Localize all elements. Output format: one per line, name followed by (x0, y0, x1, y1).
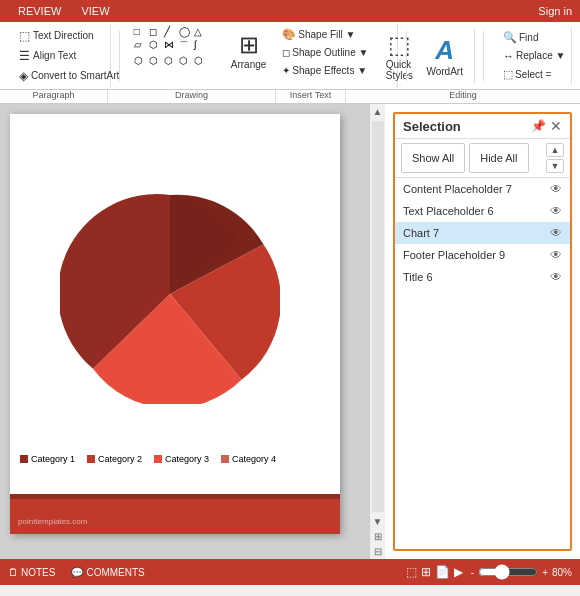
legend-label-1: Category 1 (31, 454, 75, 464)
tab-review[interactable]: REVIEW (8, 3, 71, 19)
move-down-button[interactable]: ▼ (546, 159, 564, 173)
shape-item[interactable]: ⬡ (149, 55, 163, 66)
align-text-button[interactable]: ☰ Align Text (14, 46, 81, 66)
visibility-icon-0[interactable]: 👁 (550, 182, 562, 196)
drawing-label: Drawing (108, 90, 276, 103)
quick-styles-button[interactable]: ⬚ Quick Styles (379, 26, 419, 86)
zoom-minus-button[interactable]: - (471, 567, 474, 578)
visibility-icon-3[interactable]: 👁 (550, 248, 562, 262)
shape-item[interactable]: ⋈ (164, 39, 178, 53)
selection-item-4[interactable]: Title 6 👁 (395, 266, 570, 288)
status-bar: 🗒 NOTES 💬 COMMENTS ⬚ ⊞ 📄 ▶ - + 80% (0, 559, 580, 585)
item-name-0: Content Placeholder 7 (403, 183, 512, 195)
group-label-bar: Paragraph Drawing Insert Text Editing (0, 90, 580, 104)
slide-footer: pointtemplates.com (10, 494, 340, 534)
shape-outline-button[interactable]: ◻ Shape Outline ▼ (277, 45, 373, 60)
scroll-thumb[interactable] (372, 121, 384, 512)
selection-item-0[interactable]: Content Placeholder 7 👁 (395, 178, 570, 200)
ribbon-top: REVIEW VIEW Sign in (0, 0, 580, 22)
legend-label-4: Category 4 (232, 454, 276, 464)
main-area: Category 1 Category 2 Category 3 Categor… (0, 104, 580, 559)
chart-container (30, 144, 310, 444)
show-all-button[interactable]: Show All (401, 143, 465, 173)
shape-item[interactable]: ◻ (149, 26, 163, 37)
slide[interactable]: Category 1 Category 2 Category 3 Categor… (10, 114, 340, 534)
shape-effects-button[interactable]: ✦ Shape Effects ▼ (277, 63, 373, 78)
selection-panel: Selection 📌 ✕ Show All Hide All ▲ ▼ Cont… (385, 104, 580, 559)
visibility-icon-2[interactable]: 👁 (550, 226, 562, 240)
shape-item[interactable]: ⬡ (134, 55, 148, 66)
visibility-icon-4[interactable]: 👁 (550, 270, 562, 284)
sign-in-button[interactable]: Sign in (538, 5, 572, 17)
view-icons: ⬚ ⊞ 📄 ▶ (406, 565, 463, 579)
scroll-down-arrow[interactable]: ▼ (371, 514, 385, 529)
selection-panel-inner: Selection 📌 ✕ Show All Hide All ▲ ▼ Cont… (393, 112, 572, 551)
select-button[interactable]: ⬚ Select = (498, 66, 565, 83)
zoom-plus-button[interactable]: + (542, 567, 548, 578)
move-up-button[interactable]: ▲ (546, 143, 564, 157)
shape-item[interactable]: ◯ (179, 26, 193, 37)
status-right: ⬚ ⊞ 📄 ▶ - + 80% (406, 564, 572, 580)
zoom-slider[interactable] (478, 564, 538, 580)
scroll-up-arrow[interactable]: ▲ (371, 104, 385, 119)
hide-all-button[interactable]: Hide All (469, 143, 528, 173)
chart-legend: Category 1 Category 2 Category 3 Categor… (20, 454, 276, 464)
selection-list: Content Placeholder 7 👁 Text Placeholder… (395, 178, 570, 549)
shapes-area: □ ◻ ╱ ◯ △ ▱ ⬡ ⋈ ⌒ ∫ ⬡ ⬡ ⬡ ⬡ (134, 26, 208, 66)
shape-item[interactable]: ╱ (164, 26, 178, 37)
legend-dot-2 (87, 455, 95, 463)
legend-dot-3 (154, 455, 162, 463)
divider1 (119, 31, 120, 81)
close-button[interactable]: ✕ (550, 118, 562, 134)
legend-item-1: Category 1 (20, 454, 75, 464)
notes-label: NOTES (21, 567, 55, 578)
grid-view-icon[interactable]: ⊞ (421, 565, 431, 579)
shape-item[interactable]: ⬡ (149, 39, 163, 53)
visibility-icon-1[interactable]: 👁 (550, 204, 562, 218)
selection-item-3[interactable]: Footer Placeholder 9 👁 (395, 244, 570, 266)
paragraph-row1: ⬚ Text Direction (14, 26, 104, 46)
shape-item[interactable]: ⬡ (164, 55, 178, 66)
shape-item[interactable]: △ (194, 26, 208, 37)
shape-item[interactable]: ▱ (134, 39, 148, 53)
selection-header: Selection 📌 ✕ (395, 114, 570, 139)
text-direction-button[interactable]: ⬚ Text Direction (14, 26, 99, 46)
selection-item-1[interactable]: Text Placeholder 6 👁 (395, 200, 570, 222)
arrange-button[interactable]: ⊞ Arrange (224, 26, 274, 75)
drawing-options: 🎨 Shape Fill ▼ ◻ Shape Outline ▼ ✦ Shape… (277, 26, 373, 78)
comments-label: COMMENTS (86, 567, 144, 578)
reading-view-icon[interactable]: 📄 (435, 565, 450, 579)
zoom-level: 80% (552, 567, 572, 578)
convert-smartart-button[interactable]: ◈ Convert to SmartArt (14, 66, 124, 86)
notes-button[interactable]: 🗒 NOTES (8, 567, 55, 578)
shape-item[interactable]: ∫ (194, 39, 208, 53)
replace-button[interactable]: ↔ Replace ▼ (498, 48, 565, 64)
shape-item[interactable]: ⌒ (179, 39, 193, 53)
arrange-area: ⊞ Arrange (224, 26, 274, 75)
notes-icon: 🗒 (8, 567, 18, 578)
vertical-scrollbar[interactable]: ▲ ▼ ⊞ ⊟ (369, 104, 385, 559)
legend-item-3: Category 3 (154, 454, 209, 464)
legend-item-2: Category 2 (87, 454, 142, 464)
scroll-expand-down[interactable]: ⊟ (372, 544, 384, 559)
tab-view[interactable]: VIEW (71, 3, 119, 19)
shape-item[interactable]: □ (134, 26, 148, 37)
wordart-button[interactable]: A WordArt (419, 30, 470, 82)
legend-item-4: Category 4 (221, 454, 276, 464)
shape-item[interactable]: ⬡ (179, 55, 193, 66)
shape-fill-button[interactable]: 🎨 Shape Fill ▼ (277, 26, 373, 43)
selection-controls: 📌 ✕ (531, 118, 562, 134)
slideshow-icon[interactable]: ▶ (454, 565, 463, 579)
status-left: 🗒 NOTES 💬 COMMENTS (8, 567, 145, 578)
normal-view-icon[interactable]: ⬚ (406, 565, 417, 579)
find-button[interactable]: 🔍 Find (498, 29, 565, 46)
pin-button[interactable]: 📌 (531, 119, 546, 133)
shape-item[interactable]: ⬡ (194, 55, 208, 66)
selection-buttons-row: Show All Hide All ▲ ▼ (395, 139, 570, 178)
paragraph-row2: ☰ Align Text (14, 46, 104, 66)
comments-button[interactable]: 💬 COMMENTS (71, 567, 144, 578)
selection-item-2[interactable]: Chart 7 👁 (395, 222, 570, 244)
legend-dot-1 (20, 455, 28, 463)
insert-text-label: Insert Text (276, 90, 346, 103)
scroll-expand-up[interactable]: ⊞ (372, 529, 384, 544)
